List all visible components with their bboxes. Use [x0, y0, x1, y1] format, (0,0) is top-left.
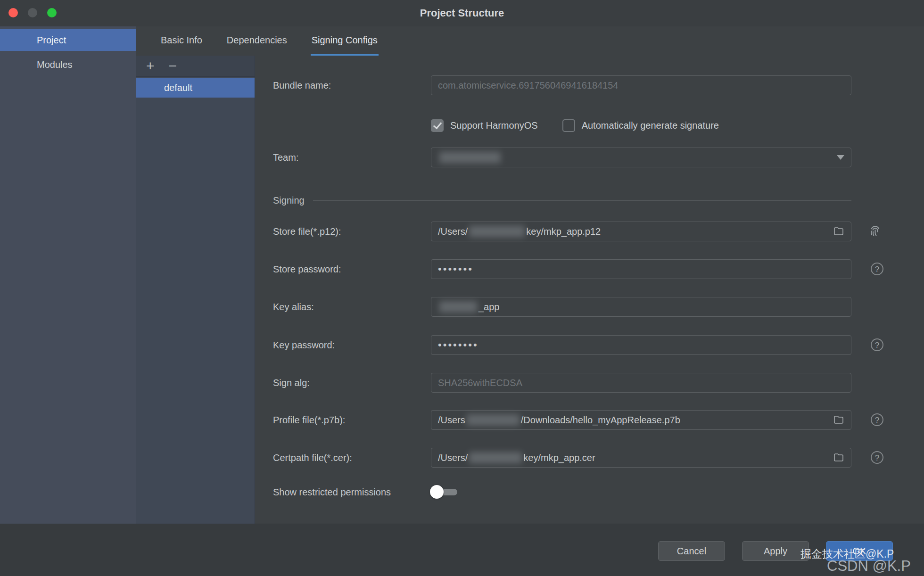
store-password-row: Store password: ••••••• ? — [273, 259, 851, 279]
redacted-blur — [469, 226, 525, 237]
certpath-file-suffix: key/mkp_app.cer — [523, 453, 595, 463]
tab-bar: Basic Info Dependencies Signing Configs — [136, 26, 924, 56]
remove-config-button[interactable]: − — [169, 59, 177, 73]
dialog-footer: Cancel Apply OK — [0, 524, 924, 576]
signing-section-title: Signing — [273, 195, 305, 206]
folder-icon — [833, 226, 844, 237]
key-password-input[interactable]: •••••••• — [431, 335, 851, 355]
sidebar-item-modules[interactable]: Modules — [0, 54, 136, 75]
team-row: Team: — [273, 148, 851, 167]
key-alias-label: Key alias: — [273, 302, 431, 313]
sidebar-item-project[interactable]: Project — [0, 29, 136, 51]
signature-options-row: Support HarmonyOS Automatically generate… — [273, 115, 851, 135]
key-password-row: Key password: •••••••• ? — [273, 335, 851, 355]
folder-icon — [833, 414, 844, 426]
support-harmonyos-label: Support HarmonyOS — [450, 120, 538, 131]
key-alias-input[interactable]: _app — [431, 297, 851, 317]
store-password-value: ••••••• — [438, 263, 473, 275]
tab-basic-info[interactable]: Basic Info — [160, 26, 203, 56]
redacted-blur — [467, 414, 520, 426]
redacted-blur — [439, 301, 477, 313]
sign-alg-label: Sign alg: — [273, 378, 431, 388]
config-item-default[interactable]: default — [136, 78, 255, 98]
section-divider — [313, 200, 851, 201]
tab-signing-configs[interactable]: Signing Configs — [311, 26, 379, 56]
sign-alg-input[interactable]: SHA256withECDSA — [431, 373, 851, 393]
tab-dependencies[interactable]: Dependencies — [226, 26, 288, 56]
minimize-button[interactable] — [28, 8, 37, 17]
cancel-button[interactable]: Cancel — [658, 541, 725, 561]
certpath-file-browse-button[interactable] — [833, 452, 844, 463]
show-restricted-permissions-toggle[interactable] — [431, 489, 457, 495]
signing-config-form: Bundle name: com.atomicservice.691756046… — [255, 56, 924, 524]
bundle-name-label: Bundle name: — [273, 80, 431, 91]
help-icon[interactable]: ? — [871, 263, 883, 275]
help-icon[interactable]: ? — [871, 451, 883, 464]
add-config-button[interactable]: + — [146, 59, 155, 73]
ok-button[interactable]: OK — [826, 541, 893, 561]
key-password-value: •••••••• — [438, 339, 478, 351]
sign-alg-row: Sign alg: SHA256withECDSA — [273, 373, 851, 393]
bundle-name-placeholder: com.atomicservice.6917560469416184154 — [438, 80, 619, 91]
help-icon[interactable]: ? — [871, 413, 883, 426]
team-label: Team: — [273, 152, 431, 163]
project-structure-dialog: Project Structure Project Modules Basic … — [0, 0, 924, 576]
certpath-file-prefix: /Users/ — [438, 453, 468, 463]
store-file-prefix: /Users/ — [438, 226, 468, 237]
signing-section-header: Signing — [273, 190, 851, 210]
certpath-file-row: Certpath file(*.cer): /Users/ key/mkp_ap… — [273, 448, 851, 468]
titlebar: Project Structure — [0, 0, 924, 27]
bundle-name-row: Bundle name: com.atomicservice.691756046… — [273, 75, 851, 95]
team-dropdown[interactable] — [431, 148, 851, 167]
help-icon[interactable]: ? — [871, 338, 883, 351]
folder-icon — [833, 452, 844, 463]
profile-file-suffix: /Downloads/hello_myAppRelease.p7b — [521, 415, 680, 426]
sidebar: Project Modules — [0, 26, 136, 524]
profile-file-browse-button[interactable] — [833, 414, 844, 426]
auto-generate-signature-checkbox[interactable] — [562, 119, 575, 132]
auto-generate-signature-label: Automatically generate signature — [582, 120, 719, 131]
certpath-file-label: Certpath file(*.cer): — [273, 453, 431, 463]
store-password-input[interactable]: ••••••• — [431, 259, 851, 279]
key-alias-suffix: _app — [478, 302, 500, 313]
store-file-browse-button[interactable] — [833, 226, 844, 237]
close-button[interactable] — [8, 8, 18, 17]
toggle-knob — [430, 485, 444, 499]
store-file-row: Store file(*.p12): /Users/ key/mkp_app.p… — [273, 222, 851, 241]
support-harmonyos-checkbox[interactable] — [431, 119, 444, 132]
sign-alg-value: SHA256withECDSA — [438, 378, 522, 388]
certpath-file-input[interactable]: /Users/ key/mkp_app.cer — [431, 448, 851, 468]
apply-button[interactable]: Apply — [742, 541, 809, 561]
show-restricted-permissions-label: Show restricted permissions — [273, 487, 431, 498]
profile-file-prefix: /Users — [438, 415, 465, 426]
signing-config-list-panel: + − default — [136, 56, 255, 524]
window-title: Project Structure — [0, 0, 924, 26]
show-restricted-permissions-row: Show restricted permissions — [273, 482, 851, 502]
chevron-down-icon — [837, 155, 844, 160]
store-file-suffix: key/mkp_app.p12 — [526, 226, 601, 237]
store-password-label: Store password: — [273, 264, 431, 275]
store-file-input[interactable]: /Users/ key/mkp_app.p12 — [431, 222, 851, 241]
key-alias-row: Key alias: _app — [273, 297, 851, 317]
profile-file-row: Profile file(*.p7b): /Users /Downloads/h… — [273, 410, 851, 430]
key-password-label: Key password: — [273, 340, 431, 351]
redacted-blur — [469, 452, 522, 463]
store-file-label: Store file(*.p12): — [273, 226, 431, 237]
bundle-name-input[interactable]: com.atomicservice.6917560469416184154 — [431, 75, 851, 95]
fingerprint-icon[interactable] — [868, 224, 883, 240]
redacted-blur — [439, 152, 501, 163]
config-list-toolbar: + − — [136, 56, 255, 77]
profile-file-label: Profile file(*.p7b): — [273, 415, 431, 426]
zoom-button[interactable] — [47, 8, 57, 17]
profile-file-input[interactable]: /Users /Downloads/hello_myAppRelease.p7b — [431, 410, 851, 430]
